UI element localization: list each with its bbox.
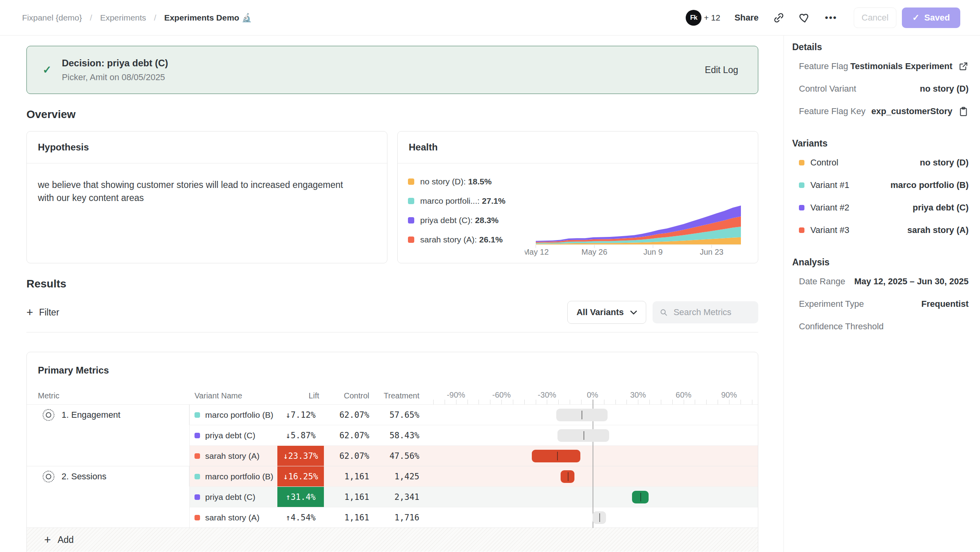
variant-swatch	[195, 453, 200, 459]
detail-value-text: sarah story (A)	[907, 225, 969, 235]
metric-name[interactable]: 1. Engagement	[27, 405, 189, 425]
lift-value: ↑4.54%	[277, 507, 324, 528]
col-treatment: Treatment	[374, 391, 424, 400]
detail-value: Testimonials Experiment	[850, 61, 969, 71]
target-inner-ring	[46, 412, 51, 418]
legend-label: priya debt (C):	[420, 216, 473, 225]
treatment-value: 2,341	[374, 492, 424, 502]
detail-value-text: priya debt (C)	[913, 203, 969, 213]
table-row[interactable]: marco portfolio (B)↓7.12%62.07%57.65%	[190, 405, 758, 425]
variants-heading: Variants	[792, 138, 969, 149]
legend-value: 28.3%	[475, 216, 499, 225]
analysis-row: Experiment TypeFrequentist	[792, 293, 969, 315]
col-lift: Lift	[277, 391, 324, 400]
hypothesis-text[interactable]: we believe that showing customer stories…	[27, 163, 368, 219]
lift-value: ↑31.4%	[277, 487, 324, 507]
legend-swatch	[408, 217, 414, 223]
variant-swatch	[195, 433, 200, 438]
copy-link-icon[interactable]	[773, 12, 785, 24]
table-row[interactable]: sarah story (A)↑4.54%1,1611,716	[190, 507, 758, 528]
breadcrumb-item[interactable]: Experiments	[100, 13, 146, 23]
more-options-button[interactable]: •••	[825, 12, 837, 23]
legend-item: no story (D):18.5%	[408, 177, 525, 186]
cancel-button[interactable]: Cancel	[854, 8, 896, 28]
check-icon: ✓	[912, 13, 919, 23]
metric-group: 1. Engagementmarco portfolio (B)↓7.12%62…	[27, 405, 758, 466]
saved-label: Saved	[924, 13, 950, 23]
collaborators-count[interactable]: + 12	[704, 13, 720, 23]
detail-value: Frequentist	[921, 299, 969, 309]
axis-tick	[524, 400, 525, 404]
axis-tick	[490, 400, 490, 404]
table-row[interactable]: priya debt (C)↑31.4%1,1612,341	[190, 487, 758, 507]
legend-value: 18.5%	[468, 177, 492, 186]
add-metric-button[interactable]: + Add	[27, 528, 758, 552]
detail-value: no story (D)	[920, 158, 969, 168]
detail-label: Date Range	[799, 276, 845, 287]
control-value: 62.07%	[324, 451, 374, 461]
breadcrumb-item[interactable]: Fixpanel {demo}	[22, 13, 82, 23]
metric-name[interactable]: 2. Sessions	[27, 466, 189, 486]
confidence-interval-bar	[532, 450, 580, 462]
health-title: Health	[398, 131, 758, 163]
analysis-row: Date RangeMay 12, 2025 – Jun 30, 2025	[792, 270, 969, 293]
axis-tick	[706, 400, 707, 404]
details-row: Feature Flag Keyexp_customerStory	[792, 100, 969, 122]
axis-tick	[752, 400, 752, 404]
axis-tick-label: 0%	[587, 391, 598, 400]
detail-value: May 12, 2025 – Jun 30, 2025	[854, 276, 969, 287]
x-axis-label: May 12	[525, 248, 549, 256]
legend-swatch	[408, 198, 414, 204]
metric-label: 2. Sessions	[62, 471, 107, 482]
divider	[26, 332, 758, 332]
experiment-page: Fixpanel {demo}/Experiments/Experiments …	[0, 0, 980, 552]
treatment-value: 1,716	[374, 513, 424, 522]
variants-dropdown[interactable]: All Variants	[567, 301, 646, 324]
treatment-value: 58.43%	[374, 431, 424, 440]
treatment-value: 57.65%	[374, 410, 424, 420]
legend-item: sarah story (A):26.1%	[408, 235, 525, 244]
health-area-chart: May 12May 26Jun 9Jun 23	[525, 200, 758, 263]
check-icon: ✓	[43, 64, 52, 76]
axis-tick	[672, 400, 673, 404]
metric-target-icon	[43, 471, 54, 483]
variants-row: Variant #2priya debt (C)	[792, 196, 969, 219]
legend-value: 26.1%	[479, 235, 503, 244]
detail-value: no story (D)	[920, 84, 969, 94]
table-row[interactable]: sarah story (A)↓23.37%62.07%47.56%	[190, 446, 758, 466]
search-metrics-input[interactable]	[673, 307, 751, 318]
favorite-heart-icon[interactable]	[799, 12, 811, 24]
variant-name: marco portfolio (B)	[205, 410, 273, 420]
legend-value: 27.1%	[482, 196, 506, 206]
axis-tick-label: 30%	[630, 391, 646, 400]
variant-swatch	[195, 412, 200, 418]
edit-log-button[interactable]: Edit Log	[705, 65, 738, 75]
lift-value: ↓23.37%	[277, 446, 324, 466]
table-row[interactable]: priya debt (C)↓5.87%62.07%58.43%	[190, 425, 758, 446]
details-row: Control Variantno story (D)	[792, 77, 969, 100]
copy-clipboard-icon[interactable]	[958, 106, 969, 116]
saved-button[interactable]: ✓ Saved	[902, 8, 960, 28]
axis-tick	[581, 400, 582, 404]
detail-value: marco portfolio (B)	[890, 180, 969, 190]
control-value: 1,161	[324, 472, 374, 481]
variant-row-label: Variant #1	[799, 180, 849, 190]
variant-swatch	[799, 160, 804, 165]
metric-target-icon	[43, 409, 54, 421]
add-filter-button[interactable]: + Filter	[26, 307, 59, 318]
breadcrumb-separator: /	[90, 13, 92, 23]
share-button[interactable]: Share	[735, 13, 759, 23]
external-link-icon[interactable]	[958, 61, 969, 71]
x-axis-label: Jun 23	[700, 248, 724, 256]
axis-tick	[729, 400, 729, 404]
variant-name: sarah story (A)	[205, 513, 260, 522]
lift-marker	[599, 513, 600, 522]
variant-slot-name: Control	[810, 158, 838, 168]
avatar[interactable]: Fk	[686, 10, 701, 26]
variant-name: sarah story (A)	[205, 451, 260, 461]
breadcrumb-item[interactable]: Experiments Demo 🔬	[164, 13, 252, 23]
table-body: 1. Engagementmarco portfolio (B)↓7.12%62…	[27, 405, 758, 528]
variant-swatch	[195, 515, 200, 520]
table-row[interactable]: marco portfolio (B)↓16.25%1,1611,425	[190, 466, 758, 487]
variant-name: priya debt (C)	[205, 431, 255, 440]
